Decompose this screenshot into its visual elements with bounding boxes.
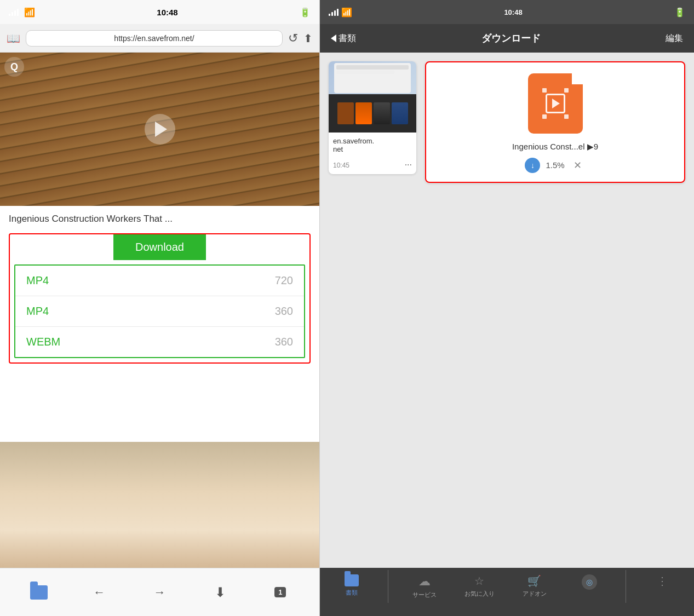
nav-folder-button[interactable] [27, 580, 51, 605]
edit-button[interactable]: 編集 [666, 33, 683, 44]
nav-label-favorites: お気に入り [464, 590, 495, 598]
right-battery: 🔋 [674, 7, 685, 18]
right-status-bar: 📶 10:48 🔋 [320, 0, 694, 24]
download-progress-button[interactable]: ↓ [525, 158, 540, 173]
right-signal: 📶 [329, 7, 352, 18]
bottom-faces [0, 442, 320, 568]
close-icon: ✕ [573, 159, 582, 171]
back-label: 書類 [339, 33, 356, 44]
film-top-row [542, 88, 569, 93]
format-list: MP4 720 MP4 360 WEBM 360 [14, 264, 305, 358]
nav-divider1 [388, 570, 388, 603]
more-options-button[interactable]: ··· [405, 160, 412, 170]
film-play-icon [552, 99, 560, 108]
right-signal-bars-icon [329, 8, 339, 16]
download-card: Ingenious Const...el ▶9 ↓ 1.5% ✕ [425, 61, 685, 183]
forward-button[interactable]: → [147, 580, 171, 605]
right-spacer [320, 319, 694, 568]
nav-item-compass[interactable]: ◎ [570, 574, 609, 592]
format-label-mp4-720: MP4 [26, 274, 49, 287]
right-nav-bar: 書類 ダウンロード 編集 [320, 24, 694, 53]
url-text: https://en.savefrom.net/ [114, 34, 194, 43]
reload-icon[interactable]: ↺ [288, 31, 298, 45]
film-center-icon [546, 94, 565, 113]
nav-item-more[interactable]: ⋮ [643, 574, 681, 588]
left-wifi-icon: 📶 [24, 7, 35, 18]
thumb-card-info: en.savefrom.net [329, 133, 416, 158]
download-percent: 1.5% [546, 160, 564, 170]
download-arrow-icon: ↓ [531, 161, 535, 170]
right-battery-icon: 🔋 [674, 7, 685, 18]
format-label-webm-360: WEBM [26, 336, 60, 348]
download-nav-button[interactable]: ⬇ [208, 580, 232, 605]
left-battery: 🔋 [300, 7, 311, 18]
thumb-card[interactable]: en.savefrom.net 10:45 ··· [329, 61, 416, 174]
chevron-left-icon [331, 34, 336, 42]
back-nav-button[interactable]: 書類 [331, 33, 356, 44]
format-quality-720: 720 [275, 274, 293, 287]
right-panel: 📶 10:48 🔋 書類 ダウンロード 編集 [320, 0, 694, 616]
cancel-download-button[interactable]: ✕ [570, 158, 586, 173]
thumb-card-time: 10:45 [333, 162, 349, 169]
folder-icon [30, 585, 48, 600]
cloud-icon: ☁ [418, 574, 431, 589]
face-gradient [0, 442, 320, 568]
film-bottom-row [542, 114, 569, 119]
more-icon: ⋮ [657, 574, 668, 588]
library-folder-icon [345, 574, 359, 586]
back-button[interactable]: ← [87, 580, 111, 605]
download-section: Download MP4 720 MP4 360 WEBM 360 [9, 233, 311, 364]
q-badge: Q [4, 57, 24, 77]
compass-icon: ◎ [582, 574, 597, 590]
thumb-card-bottom-row: 10:45 ··· [329, 158, 416, 174]
right-clock: 10:48 [504, 8, 522, 16]
format-item-mp4-360[interactable]: MP4 360 [15, 296, 304, 327]
nav-item-addon[interactable]: 🛒 アドオン [515, 574, 554, 598]
video-file-icon [528, 73, 583, 134]
thumb-bottom [329, 94, 416, 133]
left-address-bar: 📖 https://en.savefrom.net/ ↺ ⬆ [0, 24, 319, 53]
format-quality-360-mp4: 360 [275, 305, 293, 318]
right-wifi-icon: 📶 [341, 7, 352, 18]
battery-icon: 🔋 [300, 7, 311, 18]
thumb-strip3 [374, 102, 390, 124]
thumb-card-url: en.savefrom.net [333, 137, 412, 153]
download-progress-row: ↓ 1.5% ✕ [435, 158, 675, 173]
nav-label-library: 書類 [346, 589, 358, 597]
nav-label-addon: アドオン [523, 590, 547, 598]
download-card-title: Ingenious Const...el ▶9 [512, 141, 598, 152]
video-thumbnail[interactable]: Q [0, 53, 319, 206]
right-content: en.savefrom.net 10:45 ··· [320, 53, 694, 319]
thumb-top [329, 61, 416, 94]
left-content: Q Ingenious Construction Workers That ..… [0, 53, 319, 442]
format-quality-360-webm: 360 [275, 336, 293, 348]
format-item-mp4-720[interactable]: MP4 720 [15, 266, 304, 296]
nav-divider2 [626, 570, 626, 603]
download-button[interactable]: Download [113, 234, 206, 260]
format-item-webm-360[interactable]: WEBM 360 [15, 327, 304, 357]
bookmark-icon[interactable]: 📖 [7, 32, 20, 45]
film-icon [542, 88, 569, 119]
thumb-strip1 [337, 102, 354, 124]
play-triangle-icon [155, 122, 167, 137]
cart-icon: 🛒 [527, 574, 541, 588]
play-button[interactable] [145, 114, 175, 145]
nav-item-library[interactable]: 書類 [332, 574, 371, 597]
left-bottom-nav: ← → ⬇ 1 [0, 568, 319, 616]
page-number: 1 [274, 587, 286, 597]
star-icon: ☆ [474, 574, 484, 588]
thumb-card-image [329, 61, 416, 133]
share-icon[interactable]: ⬆ [303, 32, 313, 45]
left-panel: 📶 10:48 🔋 📖 https://en.savefrom.net/ ↺ ⬆… [0, 0, 320, 616]
page-title: Ingenious Construction Workers That ... [0, 206, 319, 229]
left-status-bar: 📶 10:48 🔋 [0, 0, 319, 24]
url-input[interactable]: https://en.savefrom.net/ [26, 30, 283, 47]
nav-label-service: サービス [412, 591, 437, 599]
page-num-badge[interactable]: 1 [268, 580, 292, 605]
nav-item-service[interactable]: ☁ サービス [405, 574, 444, 599]
nav-title: ダウンロード [481, 32, 541, 45]
signal-bars-icon [9, 8, 19, 16]
left-clock: 10:48 [157, 8, 177, 17]
nav-item-favorites[interactable]: ☆ お気に入り [460, 574, 498, 598]
thumb-strip2 [355, 102, 372, 124]
